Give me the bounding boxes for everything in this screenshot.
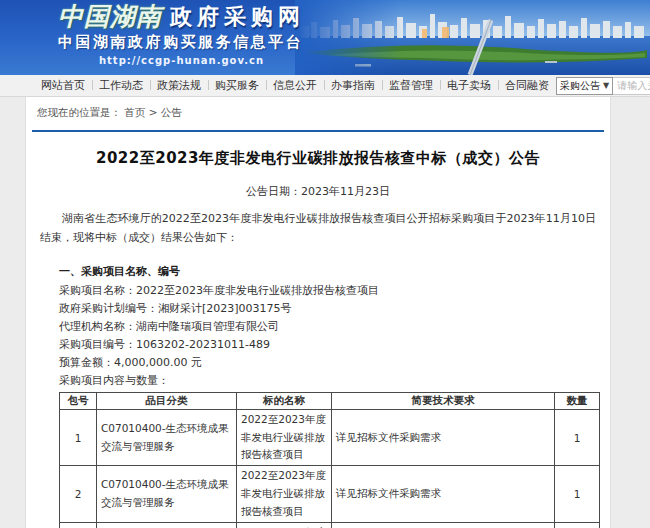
- breadcrumb-home-link[interactable]: 首页: [124, 106, 145, 118]
- section-1-heading: 一、采购项目名称、编号: [59, 264, 610, 279]
- breadcrumb-separator: >: [149, 106, 158, 118]
- nav-item-home[interactable]: 网站首页: [34, 78, 92, 93]
- search-category-select[interactable]: 采购公告 ▼: [556, 77, 613, 95]
- nav-item-supervision[interactable]: 监督管理: [382, 78, 440, 93]
- site-logo-title: 政府采购网: [170, 4, 305, 30]
- site-url: http://ccgp-hunan.gov.cn: [58, 55, 305, 66]
- cell-category: C07010400-生态环境成果交流与管理服务: [97, 522, 237, 528]
- content-area: 您现在的位置是： 首页 > 公告 2022至2023年度非发电行业碳排放报告核查…: [25, 97, 611, 528]
- search-category-value: 采购公告: [560, 79, 600, 93]
- cell-package-no: 3: [60, 522, 97, 528]
- search-group: 采购公告 ▼: [556, 77, 650, 95]
- main-navigation: 网站首页 工作动态 政策法规 购买服务 信息公开 办事指南 监督管理 电子卖场 …: [0, 75, 650, 97]
- cell-requirements: 详见招标文件采购需求: [332, 466, 555, 523]
- chevron-down-icon: ▼: [603, 81, 609, 90]
- breadcrumb-prefix: 您现在的位置是：: [37, 106, 121, 118]
- announcement-intro: 湖南省生态环境厅的2022至2023年度非发电行业碳排放报告核查项目公开招标采购…: [40, 209, 596, 248]
- nav-item-work-news[interactable]: 工作动态: [92, 78, 150, 93]
- cell-target: 2022至2023年度非发电行业碳排放报告核查项目: [237, 522, 332, 528]
- announcement-title: 2022至2023年度非发电行业碳排放报告核查中标（成交）公告: [26, 149, 610, 168]
- col-header-target: 标的名称: [237, 392, 332, 409]
- nav-item-e-marketplace[interactable]: 电子卖场: [440, 78, 498, 93]
- field-budget-amount: 预算金额：4,000,000.00 元: [59, 357, 610, 369]
- col-header-category: 品目分类: [97, 392, 237, 409]
- cell-quantity: 1: [555, 522, 600, 528]
- cell-quantity: 1: [555, 409, 600, 466]
- field-project-number: 采购项目编号：1063202-20231011-489: [59, 339, 610, 351]
- banner-fade-overlay: [295, 0, 650, 75]
- field-content-quantity-label: 采购项目内容与数量：: [59, 375, 610, 387]
- cell-requirements: 详见招标文件采购需求: [332, 409, 555, 466]
- nav-item-purchase-services[interactable]: 购买服务: [208, 78, 266, 93]
- col-header-package: 包号: [60, 392, 97, 409]
- nav-item-contract-financing[interactable]: 合同融资: [498, 78, 556, 93]
- site-subtitle: 中国湖南政府购买服务信息平台: [58, 33, 305, 52]
- nav-item-policies[interactable]: 政策法规: [150, 78, 208, 93]
- publish-date: 公告日期：2023年11月23日: [26, 184, 610, 199]
- breadcrumb-current[interactable]: 公告: [161, 106, 182, 118]
- cell-requirements: 详见招标文件采购需求: [332, 522, 555, 528]
- table-row: 3 C07010400-生态环境成果交流与管理服务 2022至2023年度非发电…: [60, 522, 600, 528]
- col-header-requirements: 简要技术要求: [332, 392, 555, 409]
- cell-package-no: 1: [60, 409, 97, 466]
- cell-quantity: 1: [555, 466, 600, 523]
- cell-category: C07010400-生态环境成果交流与管理服务: [97, 409, 237, 466]
- nav-item-service-guide[interactable]: 办事指南: [324, 78, 382, 93]
- search-input[interactable]: [613, 77, 650, 95]
- site-banner: 中国湖南 政府采购网 中国湖南政府购买服务信息平台 http://ccgp-hu…: [0, 0, 650, 75]
- blue-divider-rule: [32, 130, 604, 132]
- col-header-quantity: 数量: [555, 392, 600, 409]
- cell-target: 2022至2023年度非发电行业碳排放报告核查项目: [237, 409, 332, 466]
- field-agency-name: 代理机构名称：湖南中隆瑞项目管理有限公司: [59, 321, 610, 333]
- table-header-row: 包号 品目分类 标的名称 简要技术要求 数量: [60, 392, 600, 409]
- site-logo-calligraphy: 中国湖南: [58, 4, 162, 30]
- table-row: 2 C07010400-生态环境成果交流与管理服务 2022至2023年度非发电…: [60, 466, 600, 523]
- cell-target: 2022至2023年度非发电行业碳排放报告核查项目: [237, 466, 332, 523]
- field-project-name: 采购项目名称：2022至2023年度非发电行业碳排放报告核查项目: [59, 285, 610, 297]
- procurement-items-table: 包号 品目分类 标的名称 简要技术要求 数量 1 C07010400-生态环境成…: [59, 392, 600, 528]
- breadcrumb: 您现在的位置是： 首页 > 公告: [26, 97, 610, 127]
- field-plan-number: 政府采购计划编号：湘财采计[2023]003175号: [59, 303, 610, 315]
- cell-package-no: 2: [60, 466, 97, 523]
- cell-category: C07010400-生态环境成果交流与管理服务: [97, 466, 237, 523]
- nav-item-info-disclosure[interactable]: 信息公开: [266, 78, 324, 93]
- table-row: 1 C07010400-生态环境成果交流与管理服务 2022至2023年度非发电…: [60, 409, 600, 466]
